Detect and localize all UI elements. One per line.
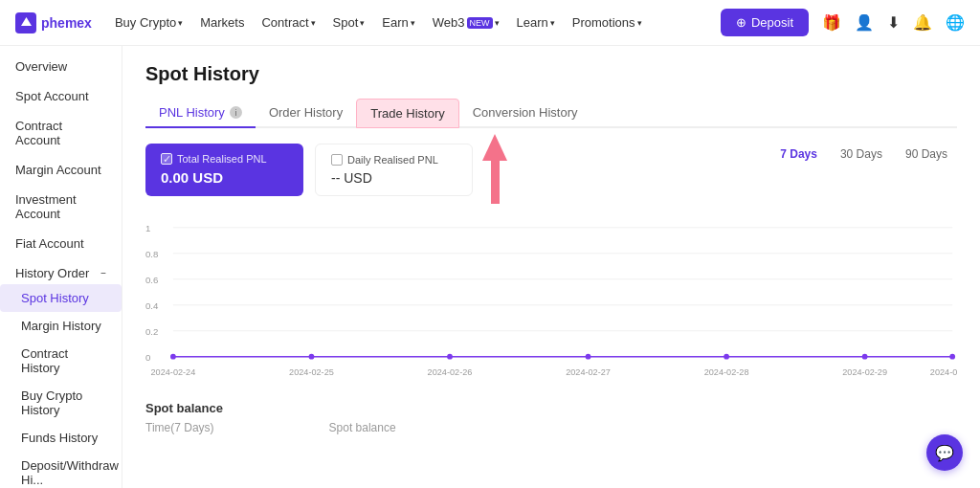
nav-promotions[interactable]: Promotions ▾	[572, 15, 642, 30]
svg-text:0.8: 0.8	[145, 249, 158, 259]
time-filter: 7 Days 30 Days 90 Days	[770, 144, 957, 165]
nav-right: ⊕ Deposit 🎁 👤 ⬇ 🔔 🌐	[721, 9, 965, 36]
sidebar-item-fiat-account[interactable]: Fiat Account	[0, 229, 122, 258]
gift-icon[interactable]: 🎁	[822, 13, 841, 32]
history-order-collapse-icon: −	[100, 268, 106, 278]
svg-point-18	[724, 354, 729, 360]
pnl-card-total-label-row: ✓ Total Realised PNL	[161, 153, 288, 165]
nav-learn[interactable]: Learn ▾	[517, 15, 555, 30]
spot-balance-section: Spot balance Time(7 Days) Spot balance	[145, 401, 957, 434]
sidebar-item-buy-crypto-history[interactable]: Buy Crypto History	[0, 382, 122, 424]
svg-text:2024-02-27: 2024-02-27	[566, 367, 611, 377]
pnl-cards: ✓ Total Realised PNL 0.00 USD Daily Real…	[145, 144, 473, 196]
top-nav: phemex Buy Crypto ▾ Markets Contract ▾ S…	[0, 0, 980, 46]
spot-balance-col2: Spot balance	[329, 421, 396, 434]
arrow-indicator	[482, 134, 507, 204]
logo[interactable]: phemex	[15, 12, 92, 33]
chat-icon: 💬	[935, 444, 954, 462]
sidebar-item-margin-account[interactable]: Margin Account	[0, 155, 122, 185]
svg-point-19	[862, 354, 868, 360]
sidebar-item-deposit-withdraw[interactable]: Deposit/Withdraw Hi...	[0, 452, 122, 488]
svg-text:2024-02-26: 2024-02-26	[428, 367, 473, 377]
logo-text: phemex	[41, 15, 92, 31]
nav-contract[interactable]: Contract ▾	[261, 15, 315, 30]
svg-point-16	[447, 354, 453, 360]
tab-trade-history[interactable]: Trade History	[356, 99, 459, 128]
pnl-daily-label: Daily Realised PNL	[347, 154, 438, 166]
sidebar-item-margin-history[interactable]: Margin History	[0, 312, 122, 340]
time-btn-90days[interactable]: 90 Days	[896, 144, 957, 165]
sidebar-item-investment-account[interactable]: Investment Account	[0, 185, 122, 229]
sidebar-item-overview[interactable]: Overview	[0, 52, 122, 81]
chat-bubble[interactable]: 💬	[926, 434, 963, 471]
nav-markets[interactable]: Markets	[200, 15, 244, 30]
nav-buy-crypto[interactable]: Buy Crypto ▾	[115, 15, 183, 30]
checkbox-total-icon: ✓	[161, 153, 172, 165]
tab-order-history[interactable]: Order History	[256, 99, 356, 128]
nav-spot[interactable]: Spot ▾	[333, 15, 366, 30]
pnl-card-daily: Daily Realised PNL -- USD	[315, 144, 473, 196]
globe-icon[interactable]: 🌐	[946, 13, 965, 32]
tab-pnl-history[interactable]: PNL History i	[145, 99, 256, 128]
sidebar-item-spot-history[interactable]: Spot History	[0, 284, 122, 312]
svg-text:2024-03-01: 2024-03-01	[930, 367, 957, 377]
pnl-total-value: 0.00 USD	[161, 169, 288, 186]
svg-text:2024-02-24: 2024-02-24	[151, 367, 196, 377]
time-btn-7days[interactable]: 7 Days	[770, 144, 827, 165]
user-icon[interactable]: 👤	[855, 13, 874, 32]
tab-conversion-history[interactable]: Conversion History	[459, 99, 591, 128]
page-title: Spot History	[145, 63, 957, 85]
tabs-container: PNL History i Order History Trade Histor…	[145, 99, 957, 128]
bell-icon[interactable]: 🔔	[913, 13, 932, 32]
svg-text:0.2: 0.2	[145, 326, 158, 337]
nav-web3[interactable]: Web3 NEW ▾	[433, 15, 500, 30]
chart-svg: 1 0.8 0.6 0.4 0.2 0 2024-02-24 2024-02-2…	[145, 215, 957, 383]
deposit-button[interactable]: ⊕ Deposit	[721, 9, 809, 36]
checkbox-daily[interactable]	[331, 154, 343, 166]
svg-text:2024-02-29: 2024-02-29	[842, 367, 887, 377]
download-icon[interactable]: ⬇	[887, 13, 900, 32]
sidebar-item-funds-history[interactable]: Funds History	[0, 424, 122, 452]
main-layout: Overview Spot Account Contract Account M…	[0, 46, 980, 488]
chart-container: 1 0.8 0.6 0.4 0.2 0 2024-02-24 2024-02-2…	[145, 215, 957, 386]
spot-balance-col1: Time(7 Days)	[145, 421, 214, 434]
pnl-daily-value: -- USD	[331, 170, 457, 186]
svg-text:2024-02-28: 2024-02-28	[704, 367, 749, 377]
svg-text:0.6: 0.6	[145, 275, 158, 285]
svg-point-20	[949, 354, 955, 360]
history-order-label: History Order	[15, 266, 89, 280]
nav-earn[interactable]: Earn ▾	[382, 15, 414, 30]
svg-text:2024-02-25: 2024-02-25	[289, 367, 334, 377]
pnl-card-daily-label-row: Daily Realised PNL	[331, 154, 457, 166]
time-btn-30days[interactable]: 30 Days	[831, 144, 892, 165]
spot-balance-headers: Time(7 Days) Spot balance	[145, 421, 957, 434]
svg-marker-0	[21, 17, 32, 26]
pnl-card-total: ✓ Total Realised PNL 0.00 USD	[145, 144, 303, 196]
sidebar: Overview Spot Account Contract Account M…	[0, 46, 122, 488]
svg-text:0: 0	[145, 352, 150, 363]
svg-point-14	[170, 354, 176, 360]
svg-text:0.4: 0.4	[145, 300, 159, 311]
sidebar-section-history-order[interactable]: History Order −	[0, 258, 122, 284]
svg-point-17	[586, 354, 591, 360]
sidebar-item-contract-account[interactable]: Contract Account	[0, 111, 122, 155]
pnl-info-icon[interactable]: i	[230, 106, 242, 119]
sidebar-item-spot-account[interactable]: Spot Account	[0, 81, 122, 111]
svg-point-15	[309, 354, 315, 360]
spot-balance-title: Spot balance	[145, 401, 957, 415]
pnl-time-row: ✓ Total Realised PNL 0.00 USD Daily Real…	[145, 144, 957, 204]
sidebar-item-contract-history[interactable]: Contract History	[0, 340, 122, 382]
svg-text:1: 1	[145, 223, 150, 233]
pnl-total-label: Total Realised PNL	[177, 153, 267, 165]
content-area: Spot History PNL History i Order History…	[122, 46, 980, 488]
